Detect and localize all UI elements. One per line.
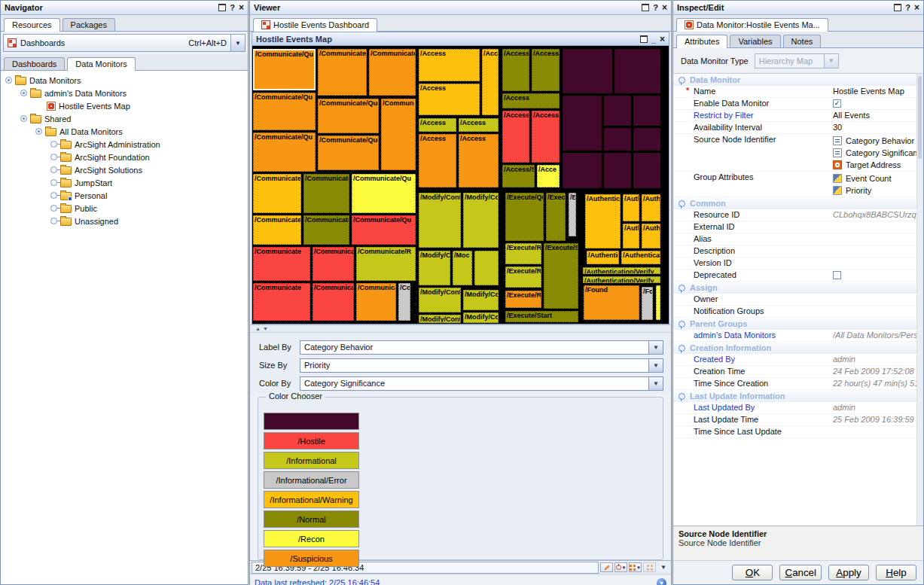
treemap-tile[interactable]: /Communicate/Qu (253, 49, 316, 90)
attr-value[interactable]: admin (833, 402, 923, 413)
attr-value[interactable] (833, 306, 923, 317)
treemap-tile[interactable]: /Communicate (253, 283, 310, 321)
treemap-tile[interactable]: /Communicate (253, 215, 301, 245)
attr-value[interactable]: All Events (833, 110, 923, 121)
help-icon[interactable]: ? (905, 4, 910, 11)
treemap-tile[interactable]: /Communica (313, 247, 354, 281)
legend-swatch[interactable] (264, 413, 359, 430)
subtab-data-monitors[interactable]: Data Monitors (67, 57, 135, 71)
control-select-size-by[interactable]: Priority▼ (300, 358, 663, 373)
treemap-tile[interactable]: /Communicate (253, 174, 301, 213)
treemap-tile[interactable]: /Authentic. (587, 251, 619, 264)
power-menu-button[interactable]: ▼ (614, 562, 627, 572)
treemap-tile[interactable]: /Commun (381, 99, 416, 170)
attr-value[interactable]: 25 Feb 2009 16:39:59 PST (833, 414, 923, 425)
treemap-tile[interactable]: /Access (502, 111, 529, 163)
treemap-tile[interactable]: /Exec (546, 193, 566, 241)
close-icon[interactable]: × (660, 35, 665, 43)
legend-swatch[interactable]: /Suspicious (264, 550, 359, 567)
treemap-tile[interactable]: /Access (459, 134, 499, 187)
checkbox[interactable] (833, 271, 841, 279)
close-icon[interactable]: × (239, 4, 244, 11)
treemap-tile[interactable]: /Execute/S (544, 243, 578, 309)
section-header-creation-information[interactable]: Creation Information (673, 342, 923, 354)
section-header-common[interactable]: Common (673, 197, 923, 209)
treemap-canvas[interactable]: /Communicate/Qu/Communicate./Communicate… (252, 46, 669, 324)
treemap-tile[interactable]: /Communicate/R (356, 247, 416, 281)
treemap-tile[interactable]: /Access (502, 93, 560, 108)
treemap-tile[interactable]: /Modify/Con (463, 290, 499, 310)
treemap-tile[interactable]: /Authentic. (585, 194, 621, 248)
treemap-tile[interactable]: /Access (502, 49, 529, 91)
treemap-tile[interactable] (633, 96, 660, 126)
treemap-tile[interactable]: /Authentication/Verify (583, 276, 660, 283)
treemap-tile[interactable]: /Auth (642, 194, 660, 221)
tree-item-public[interactable]: Public (5, 202, 248, 215)
treemap-tile[interactable]: /Communicate/Qu (253, 133, 316, 172)
ok-button[interactable]: OK (732, 565, 773, 580)
treemap-tile[interactable] (604, 96, 631, 126)
attr-value[interactable]: ✓ (833, 98, 923, 109)
attr-value[interactable] (833, 426, 923, 437)
treemap-tile[interactable]: /Acc (482, 49, 499, 115)
treemap-tile[interactable]: /Execute/R (505, 267, 541, 288)
float-icon[interactable] (894, 4, 901, 11)
section-header-last-update-information[interactable]: Last Update Information (673, 390, 923, 402)
cancel-button[interactable]: Cancel (779, 565, 822, 580)
minimize-icon[interactable]: _ (651, 37, 656, 41)
treemap-tile[interactable]: /E (569, 193, 576, 236)
help-icon[interactable]: ? (230, 4, 235, 11)
attr-value[interactable] (833, 221, 923, 233)
attr-value[interactable]: 30 (833, 122, 923, 133)
attr-value[interactable] (833, 257, 923, 269)
attr-value[interactable]: Category BehaviorCategory SignificanceTa… (833, 134, 923, 171)
treemap-tile[interactable]: /Communicate. (318, 49, 367, 96)
control-select-color-by[interactable]: Category Significance▼ (300, 376, 663, 391)
float-icon[interactable] (640, 35, 648, 43)
tab-resources[interactable]: Resources (4, 18, 60, 32)
treemap-tile[interactable]: /Modify/Cont (419, 288, 461, 312)
treemap-tile[interactable]: /Access (419, 84, 480, 115)
treemap-tile[interactable]: /Communicate/Qu (352, 174, 416, 213)
tree-item-unassigned[interactable]: Unassigned (5, 215, 248, 227)
treemap-tile[interactable] (633, 153, 660, 188)
treemap-tile[interactable] (563, 153, 602, 188)
expand-toggle-icon[interactable] (50, 154, 57, 160)
treemap-tile[interactable]: /Moc (453, 251, 472, 285)
expand-toggle-icon[interactable] (50, 166, 57, 173)
scrollbar[interactable] (916, 74, 923, 526)
apply-button[interactable]: Apply (828, 565, 869, 580)
help-button[interactable]: Help (876, 565, 916, 580)
collapse-toggle-icon[interactable] (35, 128, 42, 135)
treemap-tile[interactable]: /Fo (642, 287, 653, 320)
treemap-tile[interactable]: /Execute/R (505, 243, 541, 264)
legend-swatch[interactable]: /Informational/Error (264, 471, 359, 489)
tab-notes[interactable]: Notes (783, 35, 822, 47)
tree-item-personal[interactable]: Personal (5, 189, 248, 202)
legend-swatch[interactable]: /Normal (264, 510, 359, 528)
tree-item-data-monitors[interactable]: Data Monitors (5, 74, 248, 87)
tab-data-monitor[interactable]: Data Monitor:Hostile Events Ma... (676, 18, 828, 32)
treemap-tile[interactable]: /Execute/Qu (505, 193, 544, 241)
treemap-tile[interactable]: /Communica (313, 283, 354, 321)
attr-label-link[interactable]: Last Updated By (673, 402, 833, 413)
treemap-tile[interactable]: /Acce (537, 165, 560, 187)
float-icon[interactable] (642, 4, 649, 11)
treemap-tile[interactable]: /Communicate (253, 247, 310, 281)
treemap-tile[interactable]: /Communicate (303, 215, 349, 245)
attr-value[interactable] (833, 270, 923, 281)
treemap-tile[interactable]: /Access/S (502, 165, 535, 187)
tab-hostile-events-dashboard[interactable]: Hostile Events Dashboard (253, 18, 377, 32)
treemap-tile[interactable]: /Modify/Cont (419, 315, 461, 323)
treemap-tile[interactable]: /Auth (623, 194, 639, 221)
dashboards-selector[interactable]: Dashboards Ctrl+Alt+D ▼ (3, 34, 245, 52)
legend-swatch[interactable]: /Informational/Warning (264, 491, 359, 508)
treemap-tile[interactable]: /Execute/R (505, 291, 541, 308)
tree-item-all-data-monitors[interactable]: All Data Monitors (5, 125, 248, 138)
annotate-button[interactable] (600, 562, 613, 572)
scrollbar-thumb[interactable] (918, 76, 922, 159)
tab-variables[interactable]: Variables (730, 35, 780, 47)
treemap-tile[interactable]: /Communicate/Qu (253, 93, 316, 130)
attr-value[interactable]: Hostile Events Map (833, 86, 923, 97)
splitter-up-icon[interactable]: ▲ (255, 326, 261, 331)
